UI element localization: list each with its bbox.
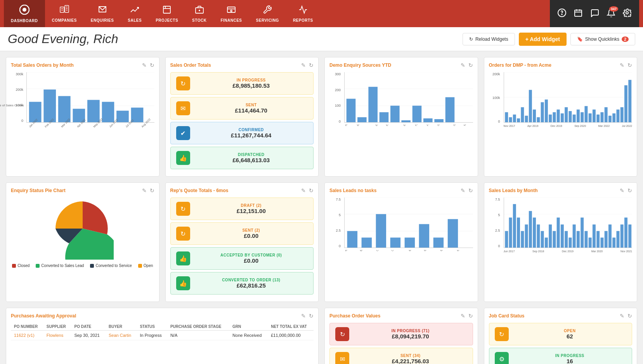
refresh-icon[interactable]: ↻ bbox=[309, 313, 314, 319]
reload-widgets-button[interactable]: ↻ Reload Widgets bbox=[463, 33, 515, 45]
nav-finances[interactable]: FINANCES bbox=[213, 0, 249, 27]
status-sent[interactable]: ✉ SENT £114,464.70 bbox=[170, 97, 314, 120]
draft-icon: ↻ bbox=[176, 202, 190, 216]
chat-icon[interactable] bbox=[590, 9, 599, 19]
status-po-sent[interactable]: ✉ SENT (34) £4,221,756.03 bbox=[329, 348, 473, 364]
po-in-progress-icon: ↻ bbox=[335, 327, 349, 341]
projects-icon bbox=[162, 5, 172, 17]
svg-rect-92 bbox=[433, 237, 444, 248]
svg-rect-101 bbox=[521, 231, 524, 248]
svg-rect-120 bbox=[596, 231, 600, 248]
status-confirmed[interactable]: ✔ CONFIRMED £11,267,744.64 bbox=[170, 122, 314, 144]
edit-icon[interactable]: ✎ bbox=[142, 62, 147, 68]
edit-icon[interactable]: ✎ bbox=[142, 187, 147, 194]
svg-rect-73 bbox=[592, 109, 595, 122]
calendar-icon[interactable] bbox=[574, 9, 582, 19]
status-label: DISPATCHED bbox=[195, 153, 308, 157]
col-status: STATUS bbox=[137, 323, 167, 331]
help-icon[interactable] bbox=[558, 9, 566, 19]
edit-icon[interactable]: ✎ bbox=[461, 62, 465, 68]
edit-icon[interactable]: ✎ bbox=[461, 313, 465, 319]
refresh-icon[interactable]: ↻ bbox=[150, 62, 154, 68]
widget-title: Job Card Status bbox=[489, 313, 525, 319]
nav-servicing[interactable]: SERVICING bbox=[249, 0, 286, 27]
widget-actions: ✎ ↻ bbox=[461, 187, 473, 194]
dispatched-icon: 👍 bbox=[176, 151, 190, 165]
svg-rect-77 bbox=[608, 116, 611, 122]
refresh-icon[interactable]: ↻ bbox=[309, 187, 314, 194]
nav-dashboard[interactable]: DASHBOARD bbox=[4, 0, 45, 27]
svg-rect-82 bbox=[628, 80, 631, 122]
svg-rect-68 bbox=[572, 114, 575, 122]
edit-icon[interactable]: ✎ bbox=[620, 62, 624, 68]
nav-stock[interactable]: STOCK bbox=[185, 0, 213, 27]
svg-rect-107 bbox=[544, 237, 548, 248]
svg-rect-3 bbox=[65, 5, 69, 12]
widget-title: Sales Order Totals bbox=[170, 62, 211, 68]
svg-rect-102 bbox=[525, 224, 528, 248]
status-converted[interactable]: 👍 CONVERTED TO ORDER (13) £62,816.25 bbox=[170, 272, 314, 295]
refresh-icon[interactable]: ↻ bbox=[468, 313, 473, 319]
nav-reports[interactable]: REPORTS bbox=[286, 0, 320, 27]
widget-orders-dmp: Orders for DMP - from Acme ✎ ↻ 200k 100k… bbox=[484, 57, 638, 177]
settings-icon[interactable] bbox=[623, 9, 631, 19]
refresh-icon[interactable]: ↻ bbox=[627, 187, 632, 194]
status-draft[interactable]: ↻ DRAFT (2) £12,151.00 bbox=[170, 198, 314, 220]
notification-badge: 347 bbox=[609, 6, 618, 12]
widget-header: Job Card Status ✎ ↻ bbox=[489, 313, 633, 319]
quicklinks-button[interactable]: 🔖 Show Quicklinks 2 bbox=[570, 33, 635, 45]
servicing-icon bbox=[263, 5, 272, 17]
svg-rect-127 bbox=[624, 218, 627, 248]
status-value: 16 bbox=[513, 358, 627, 364]
refresh-icon[interactable]: ↻ bbox=[468, 62, 473, 68]
edit-icon[interactable]: ✎ bbox=[461, 187, 465, 194]
status-value: 62 bbox=[513, 333, 627, 340]
refresh-icon[interactable]: ↻ bbox=[627, 62, 632, 68]
status-po-in-progress[interactable]: ↻ IN PROGRESS (71) £8,094,219.70 bbox=[329, 323, 473, 345]
sent-icon: ✉ bbox=[176, 101, 190, 115]
refresh-icon[interactable]: ↻ bbox=[468, 187, 473, 194]
svg-rect-100 bbox=[517, 218, 520, 248]
widget-header: Sales Order Totals ✎ ↻ bbox=[170, 62, 314, 68]
table-row: 11622 (v1) Flowlens Sep 30, 2021 Sean Ca… bbox=[11, 331, 314, 340]
col-buyer: BUYER bbox=[106, 323, 137, 331]
bookmark-icon: 🔖 bbox=[577, 36, 583, 42]
status-label: DRAFT (2) bbox=[195, 203, 308, 208]
status-sent[interactable]: ↻ SENT (2) £0.00 bbox=[170, 222, 314, 245]
svg-rect-61 bbox=[544, 99, 548, 122]
status-dispatched[interactable]: 👍 DISPATCHED £6,648,613.03 bbox=[170, 147, 314, 169]
status-job-in-progress[interactable]: ⚙ IN PROGRESS 16 bbox=[489, 348, 633, 364]
svg-rect-97 bbox=[505, 231, 508, 248]
svg-rect-41 bbox=[368, 87, 378, 122]
nav-companies[interactable]: COMPANIES bbox=[45, 0, 84, 27]
edit-icon[interactable]: ✎ bbox=[620, 313, 624, 319]
svg-rect-66 bbox=[565, 107, 568, 122]
add-widget-button[interactable]: + Add Widget bbox=[519, 33, 567, 46]
status-job-open[interactable]: ↻ OPEN 62 bbox=[489, 323, 633, 345]
quicklinks-count: 2 bbox=[622, 36, 629, 42]
stock-icon bbox=[195, 5, 204, 17]
widget-reps-quote: Rep's Quote Totals - 6mos ✎ ↻ ↻ DRAFT (2… bbox=[165, 182, 319, 302]
status-label: SENT bbox=[195, 103, 308, 107]
edit-icon[interactable]: ✎ bbox=[620, 187, 624, 194]
edit-icon[interactable]: ✎ bbox=[301, 62, 306, 68]
status-accepted[interactable]: 👍 ACCEPTED BY CUSTOMER (0) £0.00 bbox=[170, 247, 314, 270]
col-supplier: SUPPLIER bbox=[43, 323, 71, 331]
status-in-progress[interactable]: ↻ IN PROGRESS £8,985,180.53 bbox=[170, 72, 314, 95]
legend-open: Open bbox=[138, 263, 153, 268]
nav-projects[interactable]: PROJECTS bbox=[149, 0, 185, 27]
edit-icon[interactable]: ✎ bbox=[301, 313, 306, 319]
refresh-icon[interactable]: ↻ bbox=[150, 187, 154, 194]
widget-title: Purchases Awaiting Approval bbox=[11, 313, 76, 319]
refresh-icon[interactable]: ↻ bbox=[309, 62, 314, 68]
col-stage: PURCHASE ORDER STAGE bbox=[167, 323, 229, 331]
nav-sales[interactable]: SALES bbox=[121, 0, 149, 27]
svg-rect-71 bbox=[584, 106, 588, 122]
nav-enquiries[interactable]: ENQUIRIES bbox=[84, 0, 121, 27]
refresh-icon[interactable]: ↻ bbox=[627, 313, 632, 319]
status-label: CONFIRMED bbox=[195, 128, 308, 132]
col-po-number: PO NUMBER bbox=[11, 323, 43, 331]
svg-rect-67 bbox=[568, 111, 572, 122]
notifications-icon[interactable]: 347 bbox=[607, 9, 615, 19]
edit-icon[interactable]: ✎ bbox=[301, 187, 306, 194]
